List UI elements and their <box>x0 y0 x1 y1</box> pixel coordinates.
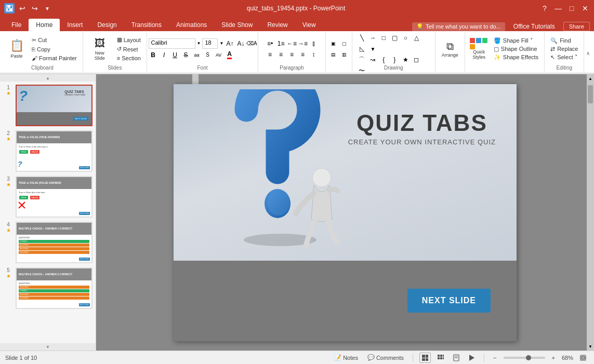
decrease-indent-button[interactable]: ←≡ <box>287 39 297 48</box>
section-button[interactable]: ≡ Section <box>114 54 143 62</box>
rounded-rect-tool[interactable]: ▢ <box>390 33 399 43</box>
zoom-out-button[interactable]: − <box>491 354 499 361</box>
help-icon[interactable]: ? <box>540 4 549 13</box>
minimize-button[interactable]: — <box>553 4 563 13</box>
numbering-button[interactable]: 1≡ <box>276 39 286 48</box>
layout-tool-3[interactable]: ▤ <box>328 50 338 59</box>
font-size-box[interactable]: 18 <box>202 38 218 49</box>
arrange-button[interactable]: ⧉ Arrange <box>439 33 461 64</box>
reading-view-button[interactable] <box>451 353 462 363</box>
save-button[interactable] <box>4 3 15 14</box>
tab-slideshow[interactable]: Slide Show <box>214 19 260 31</box>
next-slide-button[interactable]: NEXT SLIDE <box>407 289 491 313</box>
shape-outline-button[interactable]: ▢ Shape Outline <box>491 45 541 53</box>
underline-button[interactable]: U <box>170 50 180 60</box>
layout-tool-1[interactable]: ▣ <box>328 39 338 48</box>
tab-animations[interactable]: Animations <box>169 19 214 31</box>
justify-button[interactable]: ≡ <box>298 50 308 59</box>
slide-panel-scroll-top[interactable]: ▲ <box>0 74 96 82</box>
line-spacing-button[interactable]: ↕ <box>309 50 319 59</box>
slide-thumb-2[interactable]: 2 ★ TRUE or FALSE (TRUE ANSWER) True or … <box>3 130 93 172</box>
bullets-button[interactable]: ≡• <box>266 39 275 48</box>
align-left-button[interactable]: ≡ <box>266 50 275 59</box>
tell-me-input[interactable]: 💡 Tell me what you want to do... <box>412 22 505 31</box>
reset-button[interactable]: ↺ Reset <box>114 45 143 53</box>
curved-line-tool[interactable]: ⌒ <box>357 55 366 64</box>
align-right-button[interactable]: ≡ <box>287 50 297 59</box>
comments-button[interactable]: 💬 Comments <box>365 354 406 361</box>
callout-tool[interactable]: ◻ <box>412 55 421 64</box>
customize-qat-button[interactable]: ▼ <box>43 4 52 13</box>
tab-insert[interactable]: Insert <box>60 19 90 31</box>
maximize-button[interactable]: □ <box>567 4 576 13</box>
clear-format-button[interactable]: ⌫A <box>247 39 256 48</box>
fit-slide-button[interactable] <box>577 353 589 363</box>
slide-sorter-button[interactable] <box>435 353 446 363</box>
redo-button[interactable]: ↪ <box>30 4 39 13</box>
line-tool[interactable]: ╲ <box>357 33 366 43</box>
slide-thumb-5[interactable]: 5 ★ MULTIPLE CHOICE – ANSWER 2 CORRECT Q… <box>3 267 93 309</box>
spacing-button[interactable]: AV <box>214 50 223 60</box>
oval-tool[interactable]: ○ <box>401 33 410 43</box>
layout-tool-2[interactable]: ▢ <box>339 39 349 48</box>
decrease-font-button[interactable]: A↓ <box>236 39 245 48</box>
undo-button[interactable]: ↩ <box>18 4 27 13</box>
more-shapes-btn[interactable]: ▼ <box>368 44 377 53</box>
increase-indent-button[interactable]: →≡ <box>298 39 308 48</box>
cut-button[interactable]: ✂ Cut <box>29 36 80 45</box>
tab-home[interactable]: Home <box>29 19 60 31</box>
columns-button[interactable]: ⫿ <box>309 39 319 48</box>
curved-arrow-tool[interactable]: ↝ <box>368 55 377 64</box>
font-size-dropdown-icon[interactable]: ▼ <box>219 41 223 46</box>
slide-thumbnail-2[interactable]: TRUE or FALSE (TRUE ANSWER) True or Fals… <box>16 130 93 172</box>
quick-styles-button[interactable]: Quick Styles <box>468 33 490 64</box>
bold-button[interactable]: B <box>149 50 158 60</box>
rect-tool[interactable]: □ <box>379 33 388 43</box>
font-name-dropdown-icon[interactable]: ▼ <box>197 41 201 46</box>
format-painter-button[interactable]: 🖌 Format Painter <box>29 54 80 62</box>
new-slide-button[interactable]: 🖼 New Slide <box>86 33 113 64</box>
slide-thumbnail-4[interactable]: MULTIPLE CHOICE – ANSWER 1 CORRECT QUEST… <box>16 222 93 263</box>
ribbon-collapse-button[interactable]: ∧ <box>584 32 592 74</box>
select-button[interactable]: ↖ Select ˅ <box>548 53 580 61</box>
increase-font-button[interactable]: A↑ <box>225 39 234 48</box>
brace-tool[interactable]: } <box>390 55 399 64</box>
slide-panel-scroll-bottom[interactable]: ▼ <box>0 343 96 350</box>
shape-fill-button[interactable]: 🪣 Shape Fill ˅ <box>491 37 541 45</box>
tab-review[interactable]: Review <box>260 19 295 31</box>
strikethrough-button[interactable]: S <box>181 50 191 60</box>
slide-thumbnail-3[interactable]: TRUE or FALSE (FALSE ANSWER) True or Fal… <box>16 176 93 218</box>
zoom-slider[interactable] <box>504 357 545 359</box>
notes-button[interactable]: 📝 Notes <box>332 354 361 361</box>
tab-design[interactable]: Design <box>90 19 124 31</box>
layout-button[interactable]: ▦ Layout <box>114 35 143 44</box>
small-caps-button[interactable]: aa <box>192 50 202 60</box>
scroll-down-arrow[interactable]: ▼ <box>588 342 592 350</box>
shadow-button[interactable]: S <box>203 50 213 60</box>
replace-button[interactable]: ⇄ Replace <box>548 45 580 53</box>
slide-thumb-3[interactable]: 3 ★ TRUE or FALSE (FALSE ANSWER) True or… <box>3 176 93 218</box>
bracket-tool[interactable]: { <box>379 55 388 64</box>
copy-button[interactable]: ⎘ Copy <box>29 45 80 53</box>
triangle-tool[interactable]: △ <box>412 33 421 43</box>
slideshow-view-button[interactable] <box>466 353 478 363</box>
zoom-in-button[interactable]: + <box>549 354 558 361</box>
layout-tool-4[interactable]: ▥ <box>339 50 349 59</box>
font-name-box[interactable]: Calibri <box>149 38 195 49</box>
shape-effects-button[interactable]: ✨ Shape Effects <box>491 53 541 61</box>
right-triangle-tool[interactable]: ◺ <box>357 44 366 53</box>
slide-thumbnail-1[interactable]: ? QUIZ TABS CREATE YOUR OWN NEXT SLIDE <box>16 85 93 126</box>
zoom-slider-thumb[interactable] <box>526 355 531 360</box>
font-color-button[interactable]: A <box>225 50 234 60</box>
slide-thumb-4[interactable]: 4 ★ MULTIPLE CHOICE – ANSWER 1 CORRECT Q… <box>3 222 93 263</box>
align-center-button[interactable]: ≡ <box>276 50 286 59</box>
slide-thumbnail-5[interactable]: MULTIPLE CHOICE – ANSWER 2 CORRECT QUEST… <box>16 267 93 309</box>
share-button[interactable]: Share <box>563 22 590 31</box>
right-scrollbar[interactable]: ▲ ▼ <box>587 74 594 350</box>
italic-button[interactable]: I <box>160 50 169 60</box>
close-button[interactable]: ✕ <box>580 4 590 13</box>
arrow-tool[interactable]: → <box>368 33 377 43</box>
office-tutorials-link[interactable]: Office Tutorials <box>509 22 559 31</box>
scroll-up-arrow[interactable]: ▲ <box>588 74 592 83</box>
tab-transitions[interactable]: Transitions <box>124 19 169 31</box>
